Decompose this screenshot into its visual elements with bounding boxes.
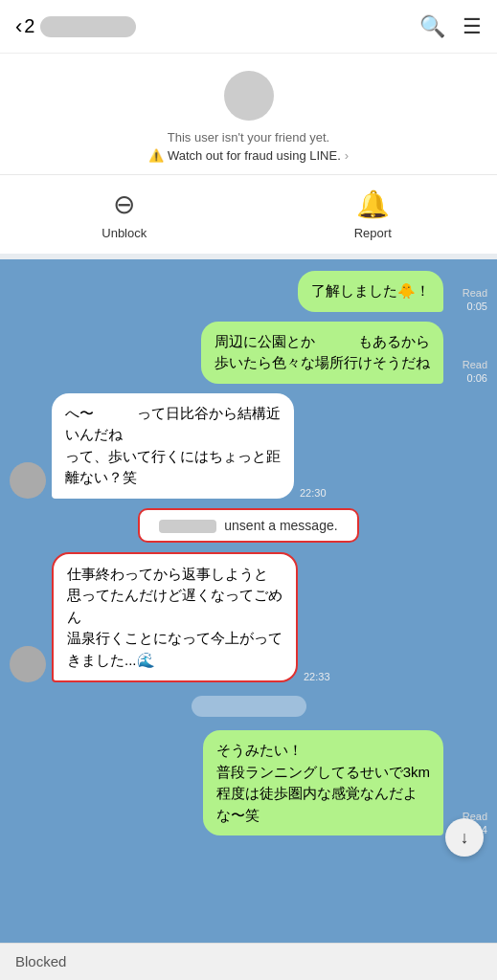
table-row: Read 0:05 了解しました🐥！: [10, 271, 487, 312]
table-row: へ〜 って日比谷から結構近いんだねって、歩いて行くにはちょっと距離ない？笑 22…: [10, 393, 487, 499]
message-bubble: 周辺に公園とか もあるから歩いたら色々な場所行けそうだね: [201, 322, 443, 384]
message-bubble-highlighted: 仕事終わってから返事しようと思ってたんだけど遅くなってごめん温泉行くことになって…: [52, 552, 298, 683]
message-bubble: へ〜 って日比谷から結構近いんだねって、歩いて行くにはちょっと距離ない？笑: [52, 393, 294, 499]
action-buttons: ⊖ Unblock 🔔 Report: [0, 175, 497, 259]
fraud-text: Watch out for fraud using LINE.: [168, 148, 341, 163]
read-label: Read: [463, 287, 487, 299]
header: ‹ 2 🔍 ☰: [0, 0, 497, 54]
bubble-wrapper: Read 0:06 周辺に公園とか もあるから歩いたら色々な場所行けそうだね: [201, 322, 487, 384]
bubble-wrapper: 仕事終わってから返事しようと思ってたんだけど遅くなってごめん温泉行くことになって…: [10, 552, 342, 683]
divider: [10, 696, 487, 717]
bubble-wrapper: へ〜 って日比谷から結構近いんだねって、歩いて行くにはちょっと距離ない？笑 22…: [10, 393, 338, 499]
unsent-message: unsent a message.: [138, 508, 358, 543]
unsent-text: unsent a message.: [224, 518, 337, 533]
unblock-button[interactable]: ⊖ Unblock: [0, 189, 249, 240]
table-row: Read 0:34 そうみたい！普段ランニングしてるせいで3km程度は徒歩圏内な…: [10, 730, 487, 835]
message-time: 22:33: [304, 671, 330, 682]
message-meta: Read 0:05: [449, 287, 487, 312]
report-label: Report: [354, 226, 392, 240]
message-meta: 22:33: [304, 671, 342, 682]
list-item: unsent a message.: [10, 508, 487, 543]
menu-icon[interactable]: ☰: [463, 14, 482, 39]
bubble-wrapper: Read 0:34 そうみたい！普段ランニングしてるせいで3km程度は徒歩圏内な…: [203, 730, 487, 835]
table-row: Read 0:06 周辺に公園とか もあるから歩いたら色々な場所行けそうだね: [10, 322, 487, 384]
message-time: 22:30: [300, 487, 327, 499]
unsent-sender: [159, 520, 216, 533]
scroll-down-button[interactable]: ↓: [445, 818, 484, 857]
read-label: Read: [463, 359, 487, 370]
user-notice: This user isn't your friend yet. ⚠️ Watc…: [0, 54, 497, 175]
table-row: 仕事終わってから返事しようと思ってたんだけど遅くなってごめん温泉行くことになって…: [10, 552, 487, 683]
bubble-wrapper: Read 0:05 了解しました🐥！: [298, 271, 487, 312]
warning-icon: ⚠️: [148, 148, 164, 163]
chat-container: Read 0:05 了解しました🐥！ Read 0:06 周辺に公園とか もある…: [0, 259, 497, 943]
notice-text: This user isn't your friend yet.: [168, 130, 329, 145]
header-icons: 🔍 ☰: [419, 14, 482, 39]
fraud-warning[interactable]: ⚠️ Watch out for fraud using LINE. ›: [148, 148, 349, 163]
fraud-arrow: ›: [345, 148, 349, 163]
report-icon: 🔔: [356, 189, 390, 220]
unblock-icon: ⊖: [113, 189, 135, 220]
contact-avatar: [10, 646, 46, 682]
back-button[interactable]: ‹ 2: [15, 14, 34, 39]
message-time: 0:05: [467, 301, 487, 312]
message-time: 0:06: [467, 372, 487, 384]
avatar: [224, 71, 274, 121]
header-left: ‹ 2: [15, 14, 136, 39]
chevron-left-icon: ‹: [15, 14, 22, 39]
back-count: 2: [24, 15, 34, 37]
message-bubble: 了解しました🐥！: [298, 271, 443, 312]
search-icon[interactable]: 🔍: [419, 14, 445, 39]
unblock-label: Unblock: [102, 226, 147, 240]
message-bubble: そうみたい！普段ランニングしてるせいで3km程度は徒歩圏内な感覚なんだよな〜笑: [203, 730, 443, 835]
message-meta: Read 0:06: [449, 359, 487, 384]
scroll-down-icon: ↓: [461, 828, 469, 848]
contact-name-blur: [40, 16, 136, 37]
message-meta: 22:30: [300, 487, 338, 499]
contact-avatar: [10, 462, 46, 499]
report-button[interactable]: 🔔 Report: [249, 189, 498, 240]
bottom-bar: Blocked: [0, 943, 497, 980]
blocked-label: Blocked: [15, 953, 66, 969]
chat-area: Read 0:05 了解しました🐥！ Read 0:06 周辺に公園とか もある…: [0, 259, 497, 943]
